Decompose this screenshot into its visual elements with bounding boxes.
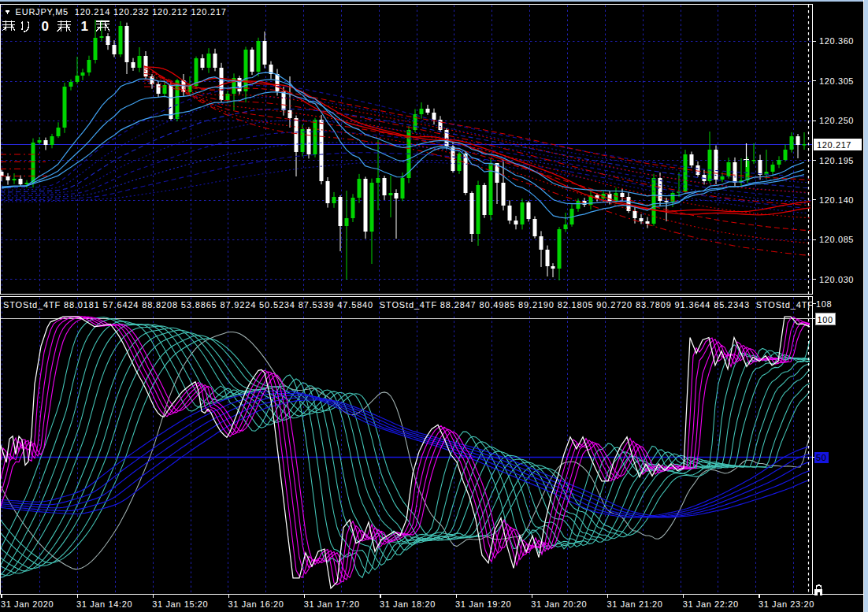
svg-text:120.030: 120.030 (819, 275, 854, 284)
svg-text:50: 50 (816, 453, 826, 462)
svg-text:EURJPY,M5 120.214 120.232 120: EURJPY,M5 120.214 120.232 120.212 120.21… (16, 7, 227, 17)
svg-text:STOStd_4TF 88.0181 57.6424 88.: STOStd_4TF 88.0181 57.6424 88.8208 53.88… (3, 300, 836, 310)
svg-text:1: 1 (81, 19, 88, 34)
svg-text:120.305: 120.305 (819, 76, 854, 86)
svg-text:100: 100 (818, 315, 833, 325)
svg-text:120.140: 120.140 (819, 195, 854, 205)
svg-text:120.085: 120.085 (819, 235, 854, 244)
svg-text:108: 108 (816, 299, 832, 309)
svg-text:0: 0 (42, 19, 49, 34)
svg-text:31 Jan 22:20: 31 Jan 22:20 (683, 599, 739, 609)
svg-text:31 Jan 23:20: 31 Jan 23:20 (759, 599, 814, 609)
svg-text:31 Jan 17:20: 31 Jan 17:20 (304, 599, 360, 609)
svg-text:120.217: 120.217 (817, 140, 851, 150)
svg-text:31 Jan 19:20: 31 Jan 19:20 (455, 599, 511, 609)
svg-text:31 Jan 2020: 31 Jan 2020 (1, 599, 54, 609)
svg-text:31 Jan 20:20: 31 Jan 20:20 (531, 599, 587, 609)
svg-text:31 Jan 21:20: 31 Jan 21:20 (607, 599, 663, 609)
svg-text:31 Jan 15:20: 31 Jan 15:20 (152, 599, 208, 609)
svg-text:120.360: 120.360 (819, 36, 854, 46)
svg-text:31 Jan 16:20: 31 Jan 16:20 (228, 599, 284, 609)
svg-text:31 Jan 18:20: 31 Jan 18:20 (380, 599, 436, 609)
svg-text:120.195: 120.195 (819, 156, 854, 165)
svg-text:31 Jan 14:20: 31 Jan 14:20 (76, 599, 132, 609)
svg-text:120.250: 120.250 (819, 116, 854, 125)
